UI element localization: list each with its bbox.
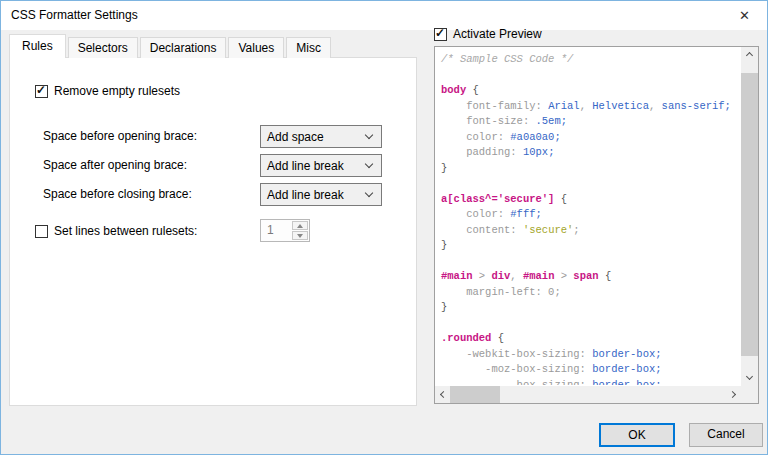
spinner-up-button (292, 221, 308, 230)
spinner-down-button (292, 231, 308, 240)
chevron-left-icon (440, 391, 447, 398)
rules-tab-panel: Remove empty rulesets Space before openi… (9, 57, 417, 406)
arrow-up-icon (297, 224, 303, 228)
scroll-down-button[interactable] (741, 369, 758, 386)
lines-between-rulesets-spinner: 1 (260, 219, 310, 242)
combo-selected-value: Add space (261, 130, 366, 144)
tab-misc[interactable]: Misc (286, 37, 331, 58)
vertical-scrollbar-thumb[interactable] (741, 73, 758, 356)
tab-selectors[interactable]: Selectors (68, 37, 138, 58)
remove-empty-rulesets-checkbox[interactable] (35, 85, 48, 98)
ok-button[interactable]: OK (599, 423, 675, 447)
combo-selected-value: Add line break (261, 188, 366, 202)
chevron-right-icon (729, 391, 736, 398)
space-before-opening-brace-label: Space before opening brace: (43, 125, 197, 148)
close-icon: ✕ (739, 8, 750, 23)
activate-preview-label[interactable]: Activate Preview (453, 27, 542, 41)
close-button[interactable]: ✕ (722, 1, 767, 30)
code-area: /* Sample CSS Code */ body { font-family… (436, 48, 740, 385)
spinner-buttons (292, 220, 309, 241)
css-preview-pane: /* Sample CSS Code */ body { font-family… (434, 46, 759, 404)
space-after-opening-brace-label: Space after opening brace: (43, 154, 187, 177)
window-title: CSS Formatter Settings (11, 1, 138, 30)
title-bar: CSS Formatter Settings ✕ (1, 1, 767, 30)
chevron-down-icon (365, 189, 373, 197)
remove-empty-rulesets-row: Remove empty rulesets (35, 83, 180, 99)
set-lines-between-rulesets-row: Set lines between rulesets: (35, 223, 197, 239)
spinner-value: 1 (261, 220, 292, 241)
vertical-scrollbar[interactable] (741, 47, 758, 386)
chevron-down-icon (365, 131, 373, 139)
chevron-down-icon (365, 160, 373, 168)
activate-preview-checkbox[interactable] (434, 28, 447, 41)
scrollbar-corner (741, 386, 758, 403)
tab-rules[interactable]: Rules (9, 34, 66, 58)
combo-selected-value: Add line break (261, 159, 366, 173)
set-lines-between-rulesets-checkbox[interactable] (35, 225, 48, 238)
chevron-down-icon (746, 373, 753, 380)
tab-declarations[interactable]: Declarations (140, 37, 227, 58)
horizontal-scrollbar-thumb[interactable] (450, 386, 500, 403)
space-before-opening-brace-select[interactable]: Add space (260, 125, 382, 148)
space-before-closing-brace-select[interactable]: Add line break (260, 183, 382, 206)
activate-preview-row: Activate Preview (434, 26, 542, 42)
space-after-opening-brace-select[interactable]: Add line break (260, 154, 382, 177)
chevron-up-icon (746, 52, 753, 59)
set-lines-between-rulesets-label[interactable]: Set lines between rulesets: (54, 224, 197, 238)
tab-values[interactable]: Values (228, 37, 284, 58)
space-before-closing-brace-label: Space before closing brace: (43, 183, 192, 206)
tab-bar: Rules Selectors Declarations Values Misc (9, 34, 333, 58)
remove-empty-rulesets-label[interactable]: Remove empty rulesets (54, 84, 180, 98)
css-formatter-settings-dialog: CSS Formatter Settings ✕ Rules Selectors… (0, 0, 768, 455)
cancel-button[interactable]: Cancel (689, 423, 763, 447)
scroll-up-button[interactable] (741, 47, 758, 64)
horizontal-scrollbar[interactable] (435, 386, 741, 403)
arrow-down-icon (297, 234, 303, 238)
scroll-right-button[interactable] (724, 386, 741, 403)
